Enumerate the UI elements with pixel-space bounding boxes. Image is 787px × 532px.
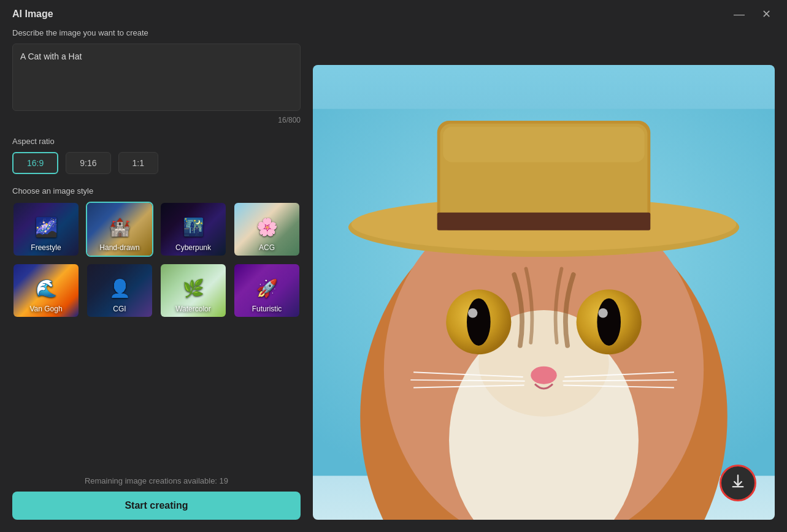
style-futuristic-label: Futuristic bbox=[234, 305, 299, 313]
style-card-cyberpunk[interactable]: Cyberpunk bbox=[159, 202, 227, 257]
style-freestyle-bg: Freestyle bbox=[13, 203, 79, 256]
style-watercolor-bg: Watercolor bbox=[161, 264, 226, 317]
char-count: 16/800 bbox=[12, 116, 301, 124]
style-handdrawn-label: Hand-drawn bbox=[87, 243, 152, 252]
prompt-label: Describe the image you want to create bbox=[12, 28, 301, 37]
style-grid: Freestyle Hand-drawn Cyberpunk bbox=[12, 202, 301, 318]
style-vangogh-bg: Van Gogh bbox=[13, 264, 79, 317]
style-cgi-bg: CGI bbox=[87, 264, 152, 317]
style-acg-bg: ACG bbox=[234, 203, 299, 256]
aspect-16-9-button[interactable]: 16:9 bbox=[12, 152, 58, 174]
left-panel: Describe the image you want to create A … bbox=[12, 28, 301, 520]
close-button[interactable]: ✕ bbox=[758, 7, 775, 21]
style-vangogh-label: Van Gogh bbox=[13, 305, 79, 313]
app-window: AI Image — ✕ Describe the image you want… bbox=[0, 0, 787, 532]
aspect-1-1-button[interactable]: 1:1 bbox=[118, 152, 158, 174]
svg-point-17 bbox=[598, 308, 607, 317]
style-handdrawn-bg: Hand-drawn bbox=[87, 203, 152, 256]
main-content: Describe the image you want to create A … bbox=[0, 28, 787, 532]
style-card-freestyle[interactable]: Freestyle bbox=[12, 202, 80, 257]
minimize-button[interactable]: — bbox=[730, 7, 748, 21]
cat-illustration bbox=[313, 65, 775, 520]
style-section: Choose an image style Freestyle Hand-dra… bbox=[12, 186, 301, 318]
style-cyberpunk-label: Cyberpunk bbox=[161, 243, 226, 252]
style-freestyle-label: Freestyle bbox=[13, 243, 79, 252]
svg-rect-10 bbox=[437, 213, 651, 230]
style-label: Choose an image style bbox=[12, 186, 301, 196]
top-spacer bbox=[313, 28, 775, 65]
aspect-ratio-section: Aspect ratio 16:9 9:16 1:1 bbox=[12, 137, 301, 174]
window-controls: — ✕ bbox=[730, 7, 775, 21]
download-button[interactable] bbox=[720, 465, 756, 501]
svg-point-13 bbox=[468, 308, 477, 317]
window-title: AI Image bbox=[12, 9, 53, 20]
style-card-acg[interactable]: ACG bbox=[233, 202, 301, 257]
style-card-vangogh[interactable]: Van Gogh bbox=[12, 263, 80, 318]
aspect-ratio-buttons: 16:9 9:16 1:1 bbox=[12, 152, 301, 174]
right-panel bbox=[313, 28, 775, 520]
remaining-text: Remaining image creations available: 19 bbox=[12, 476, 301, 485]
style-card-watercolor[interactable]: Watercolor bbox=[159, 263, 227, 318]
title-bar: AI Image — ✕ bbox=[0, 0, 787, 28]
prompt-textarea[interactable]: A Cat with a Hat bbox=[12, 44, 301, 111]
svg-point-16 bbox=[597, 298, 621, 346]
style-card-handdrawn[interactable]: Hand-drawn bbox=[86, 202, 153, 257]
cat-image-container bbox=[313, 65, 775, 520]
style-watercolor-label: Watercolor bbox=[161, 305, 226, 313]
download-icon bbox=[729, 473, 747, 493]
prompt-section: Describe the image you want to create A … bbox=[12, 28, 301, 124]
svg-rect-9 bbox=[443, 127, 644, 162]
style-futuristic-bg: Futuristic bbox=[234, 264, 299, 317]
style-card-futuristic[interactable]: Futuristic bbox=[233, 263, 301, 318]
start-creating-button[interactable]: Start creating bbox=[12, 492, 301, 520]
style-acg-label: ACG bbox=[234, 243, 299, 252]
svg-point-19 bbox=[531, 367, 556, 384]
aspect-ratio-label: Aspect ratio bbox=[12, 137, 301, 146]
style-cyberpunk-bg: Cyberpunk bbox=[161, 203, 226, 256]
generated-image-area bbox=[313, 65, 775, 520]
style-card-cgi[interactable]: CGI bbox=[86, 263, 153, 318]
svg-point-12 bbox=[467, 298, 491, 346]
bottom-section: Remaining image creations available: 19 … bbox=[12, 476, 301, 520]
aspect-9-16-button[interactable]: 9:16 bbox=[66, 152, 110, 174]
style-cgi-label: CGI bbox=[87, 305, 152, 313]
